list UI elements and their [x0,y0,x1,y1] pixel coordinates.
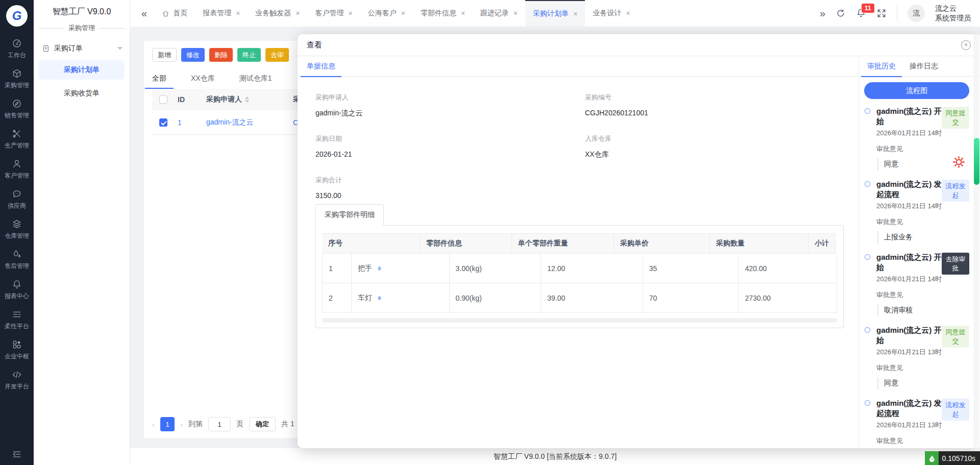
col-applicant[interactable]: 采购申请人 [203,95,290,104]
sort-icon[interactable] [245,96,249,103]
page-number[interactable]: 1 [160,417,175,431]
module-label: 供应商 [8,202,26,210]
select-all-checkbox[interactable] [159,95,167,104]
sidebar-module-item[interactable]: 采购管理 [5,68,29,90]
sidebar-module-item[interactable]: 客户管理 [5,159,29,180]
warehouse-filter-tab[interactable]: 全部 [152,70,166,89]
sidebar-collapse-icon[interactable] [12,449,22,461]
sidebar-module-item[interactable]: 柔性平台 [5,309,29,331]
page-tab[interactable]: 首页 [154,0,195,27]
detail-table-panel: 序号零部件信息单个零部件重量采购单价采购数量小计 1 把手 3.00(kg) [315,225,844,328]
module-label: 仓库管理 [5,232,29,240]
toolbar-button[interactable]: 新增 [152,48,177,62]
menu-group-purchase-order[interactable]: 采购订单 [34,38,130,59]
part-preview-icon[interactable] [376,295,383,301]
detail-qty: 35 [643,254,739,283]
tab-approval-history[interactable]: 审批历史 [867,56,896,77]
detail-subtotal: 2730.00 [739,283,837,313]
page-tab[interactable]: 公海客户 × [360,0,413,27]
page-tab[interactable]: 业务触发器 × [248,0,307,27]
tab-close-icon[interactable]: × [626,9,630,17]
toolbar-button[interactable]: 终止 [237,48,261,62]
prev-page-icon[interactable]: ‹ [152,420,155,429]
tab-close-icon[interactable]: × [513,9,518,17]
total-count: 共 1 [281,420,295,429]
next-page-icon[interactable]: › [180,420,183,429]
tab-close-icon[interactable]: × [349,9,353,17]
tab-operation-log[interactable]: 操作日志 [910,56,938,77]
app-root: G 工作台 采购管理 销售管理 [0,0,980,465]
flow-chart-button[interactable]: 流程图 [864,82,969,99]
primary-sidebar: G 工作台 采购管理 销售管理 [0,0,34,465]
brand-logo[interactable]: G [6,5,28,27]
goto-confirm-button[interactable]: 确定 [249,417,276,431]
view-modal: 查看 × 单据信息 审批历史 操作日志 采购申请人 gadmin-流之云 [298,34,980,448]
col-id: ID [175,95,203,104]
toolbar-button[interactable]: 修改 [181,48,205,62]
warehouse-filter-tab[interactable]: XX仓库 [191,70,215,89]
notification-bell[interactable]: 11 [856,8,866,19]
tabs-scroll-right-icon[interactable]: » [820,8,825,19]
row-applicant-link[interactable]: gadmin-流之云 [203,118,290,127]
goto-page-input[interactable] [208,417,231,431]
settings-gear-icon[interactable] [952,156,965,170]
approver-action: gadmin(流之云) 发起流程 [876,179,942,199]
opinion-text: 上报业务 [877,231,969,243]
page-tab[interactable]: 报表管理 × [195,0,248,27]
refresh-icon[interactable] [836,8,846,18]
page-tab[interactable]: 零部件信息 × [413,0,473,27]
part-preview-icon[interactable] [376,265,383,272]
sidebar-module-item[interactable]: 工作台 [8,38,26,60]
tab-close-icon[interactable]: × [461,9,465,17]
tab-close-icon[interactable]: × [236,9,240,17]
chevron-down-icon [117,47,122,50]
page-tab-label: 公海客户 [368,9,397,18]
toolbar-button[interactable]: 删除 [209,48,233,62]
approval-status-badge: 同意提交 [942,107,969,129]
sidebar-module-item[interactable]: 企业中枢 [5,339,29,361]
module-section-label: 采购管理 [34,22,130,38]
page-tab-label: 零部件信息 [421,9,456,18]
modal-title: 查看 [307,40,322,50]
modal-close-icon[interactable]: × [961,40,971,50]
render-time-widget: 0.105710s [925,451,980,465]
approval-time: 2026年01月21日 13时 [876,421,969,430]
sidebar-module-item[interactable]: 供应商 [8,189,26,210]
submenu-item[interactable]: 采购计划单 [39,60,125,80]
module-icon [12,99,22,109]
sidebar-module-item[interactable]: 生产管理 [5,129,29,150]
sidebar-module-item[interactable]: 售后管理 [5,249,29,271]
tabs-scroll-left-icon[interactable]: « [141,8,147,19]
page-tab[interactable]: 业务设计 × [585,0,638,27]
fullscreen-icon[interactable] [876,8,887,18]
tab-document-info[interactable]: 单据信息 [307,56,335,77]
submenu-item[interactable]: 采购收货单 [39,84,125,103]
detail-tab[interactable]: 采购零部件明细 [315,204,384,226]
user-menu[interactable]: 流之云 系统管理员 [935,4,971,23]
module-icon [12,68,22,79]
page-tab[interactable]: 跟进记录 × [473,0,525,27]
module-label: 售后管理 [5,262,29,271]
tab-close-icon[interactable]: × [401,9,405,17]
sidebar-module-item[interactable]: 仓库管理 [5,219,29,240]
page-scrollbar-track[interactable] [974,34,979,448]
page-scrollbar-thumb[interactable] [974,138,979,185]
flame-logo-icon [925,451,939,465]
field-value: 3150.00 [315,191,585,200]
sidebar-module-item[interactable]: 销售管理 [5,99,29,120]
row-checkbox[interactable] [159,118,167,127]
horizontal-scrollbar[interactable] [322,318,837,323]
detail-qty: 70 [643,283,739,313]
warehouse-filter-tab[interactable]: 测试仓库1 [239,70,272,89]
toolbar-button[interactable]: 去审 [265,48,289,62]
sidebar-module-item[interactable]: 开发平台 [5,370,29,391]
page-tab[interactable]: 采购计划单 × [525,0,585,27]
approver-action: gadmin(流之云) 开始 [876,106,942,126]
approver-action: gadmin(流之云) 开始 [876,325,942,345]
tab-close-icon[interactable]: × [573,10,577,18]
page-tab[interactable]: 客户管理 × [308,0,360,27]
tab-close-icon[interactable]: × [296,9,300,17]
page-tab-label: 客户管理 [315,9,344,18]
sidebar-module-item[interactable]: 报表中心 [5,279,29,301]
avatar[interactable]: 流 [908,5,925,22]
